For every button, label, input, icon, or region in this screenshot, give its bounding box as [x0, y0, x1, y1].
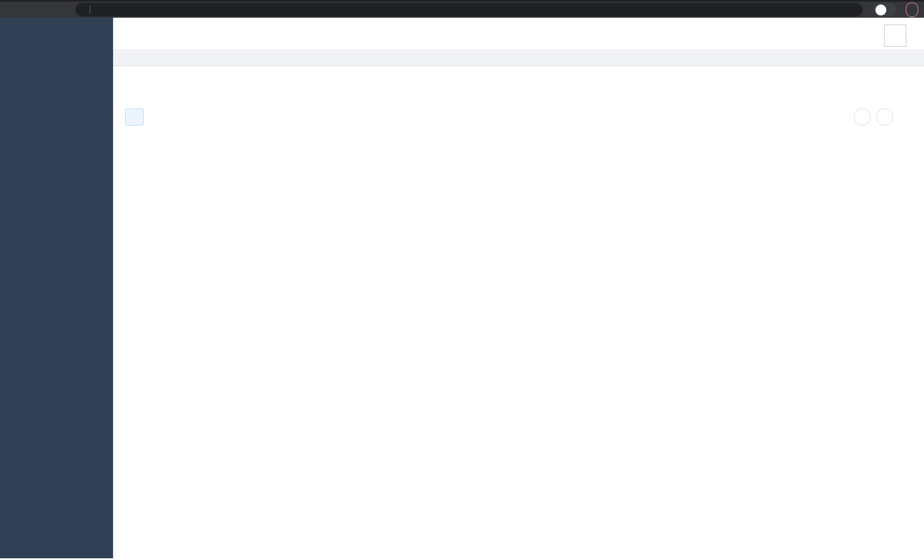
page-content — [113, 66, 924, 558]
sidebar — [0, 18, 113, 558]
table-toolbar — [125, 108, 916, 126]
forward-icon[interactable] — [21, 4, 33, 15]
browser-chrome — [0, 0, 924, 18]
home-icon[interactable] — [52, 4, 63, 15]
screenshot-root — [0, 0, 924, 560]
show-search-button[interactable] — [854, 108, 871, 126]
address-bar[interactable] — [75, 3, 863, 16]
back-icon[interactable] — [6, 4, 17, 15]
update-button[interactable] — [906, 2, 918, 17]
app-logo — [0, 18, 113, 49]
incognito-badge — [874, 3, 896, 16]
tab-bar — [113, 49, 924, 66]
divider — [90, 6, 90, 14]
reload-icon[interactable] — [36, 4, 48, 15]
topbar — [113, 18, 924, 49]
create-process-button[interactable] — [125, 108, 144, 126]
refresh-button[interactable] — [876, 108, 893, 126]
avatar[interactable] — [884, 24, 906, 47]
